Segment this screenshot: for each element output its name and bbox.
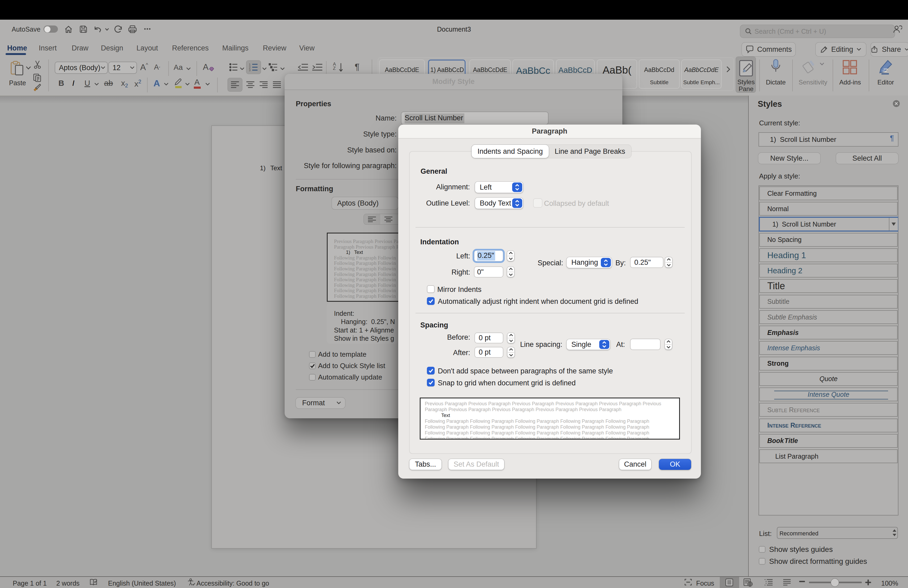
svg-text:1: 1: [249, 63, 251, 66]
svg-text:3: 3: [249, 69, 251, 71]
